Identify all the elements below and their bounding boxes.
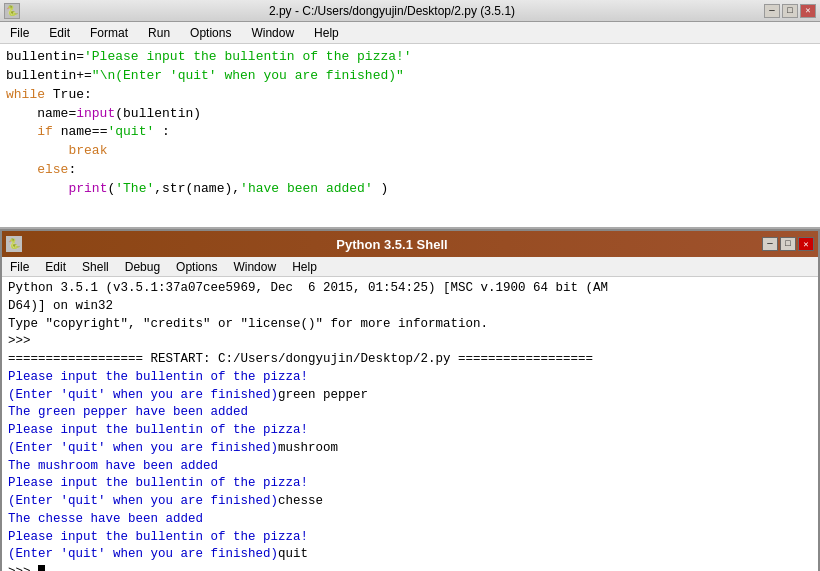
shell-output-area[interactable]: Python 3.5.1 (v3.5.1:37a07cee5969, Dec 6… bbox=[2, 277, 818, 571]
shell-menu-options[interactable]: Options bbox=[172, 259, 221, 275]
shell-title: Python 3.5.1 Shell bbox=[22, 237, 762, 252]
code-line-5: if name=='quit' : bbox=[6, 123, 814, 142]
shell-menu-shell[interactable]: Shell bbox=[78, 259, 113, 275]
shell-line-1: Python 3.5.1 (v3.5.1:37a07cee5969, Dec 6… bbox=[8, 280, 812, 298]
menu-edit[interactable]: Edit bbox=[43, 24, 76, 42]
editor-window: 🐍 2.py - C:/Users/dongyujin/Desktop/2.py… bbox=[0, 0, 820, 229]
shell-line-2: D64)] on win32 bbox=[8, 298, 812, 316]
shell-menu-file[interactable]: File bbox=[6, 259, 33, 275]
editor-titlebar: 🐍 2.py - C:/Users/dongyujin/Desktop/2.py… bbox=[0, 0, 820, 22]
menu-help[interactable]: Help bbox=[308, 24, 345, 42]
shell-line-14: Please input the bullentin of the pizza! bbox=[8, 529, 812, 547]
shell-menu-window[interactable]: Window bbox=[229, 259, 280, 275]
shell-menu-edit[interactable]: Edit bbox=[41, 259, 70, 275]
shell-line-4: >>> bbox=[8, 333, 812, 351]
shell-line-prompt: >>> bbox=[8, 564, 812, 571]
editor-menubar: File Edit Format Run Options Window Help bbox=[0, 22, 820, 44]
menu-window[interactable]: Window bbox=[245, 24, 300, 42]
shell-minimize-button[interactable]: ─ bbox=[762, 237, 778, 251]
code-line-3: while True: bbox=[6, 86, 814, 105]
shell-line-8: Please input the bullentin of the pizza! bbox=[8, 422, 812, 440]
menu-file[interactable]: File bbox=[4, 24, 35, 42]
code-line-4: name=input(bullentin) bbox=[6, 105, 814, 124]
shell-titlebar: 🐍 Python 3.5.1 Shell ─ □ ✕ bbox=[2, 231, 818, 257]
shell-line-3: Type "copyright", "credits" or "license(… bbox=[8, 316, 812, 334]
editor-window-controls: ─ □ ✕ bbox=[764, 4, 816, 18]
minimize-button[interactable]: ─ bbox=[764, 4, 780, 18]
shell-menu-help[interactable]: Help bbox=[288, 259, 321, 275]
shell-line-restart: ================== RESTART: C:/Users/don… bbox=[8, 351, 812, 369]
shell-app-icon: 🐍 bbox=[6, 236, 22, 252]
shell-line-11: Please input the bullentin of the pizza! bbox=[8, 475, 812, 493]
shell-close-button[interactable]: ✕ bbox=[798, 237, 814, 251]
maximize-button[interactable]: □ bbox=[782, 4, 798, 18]
menu-format[interactable]: Format bbox=[84, 24, 134, 42]
code-line-8: print('The',str(name),'have been added' … bbox=[6, 180, 814, 199]
shell-menu-debug[interactable]: Debug bbox=[121, 259, 164, 275]
shell-line-5: Please input the bullentin of the pizza! bbox=[8, 369, 812, 387]
shell-line-12: (Enter 'quit' when you are finished)ches… bbox=[8, 493, 812, 511]
code-line-1: bullentin='Please input the bullentin of… bbox=[6, 48, 814, 67]
menu-options[interactable]: Options bbox=[184, 24, 237, 42]
shell-maximize-button[interactable]: □ bbox=[780, 237, 796, 251]
shell-line-9: (Enter 'quit' when you are finished)mush… bbox=[8, 440, 812, 458]
menu-run[interactable]: Run bbox=[142, 24, 176, 42]
editor-title: 2.py - C:/Users/dongyujin/Desktop/2.py (… bbox=[20, 4, 764, 18]
shell-window-controls: ─ □ ✕ bbox=[762, 237, 814, 251]
code-line-2: bullentin+="\n(Enter 'quit' when you are… bbox=[6, 67, 814, 86]
shell-window: 🐍 Python 3.5.1 Shell ─ □ ✕ File Edit She… bbox=[0, 229, 820, 571]
cursor-icon bbox=[38, 565, 45, 571]
editor-app-icon: 🐍 bbox=[4, 3, 20, 19]
shell-menubar: File Edit Shell Debug Options Window Hel… bbox=[2, 257, 818, 277]
close-button[interactable]: ✕ bbox=[800, 4, 816, 18]
shell-line-6: (Enter 'quit' when you are finished)gree… bbox=[8, 387, 812, 405]
shell-line-15: (Enter 'quit' when you are finished)quit bbox=[8, 546, 812, 564]
shell-line-13: The chesse have been added bbox=[8, 511, 812, 529]
editor-area[interactable]: bullentin='Please input the bullentin of… bbox=[0, 44, 820, 229]
shell-line-10: The mushroom have been added bbox=[8, 458, 812, 476]
code-line-7: else: bbox=[6, 161, 814, 180]
code-line-6: break bbox=[6, 142, 814, 161]
shell-line-7: The green pepper have been added bbox=[8, 404, 812, 422]
